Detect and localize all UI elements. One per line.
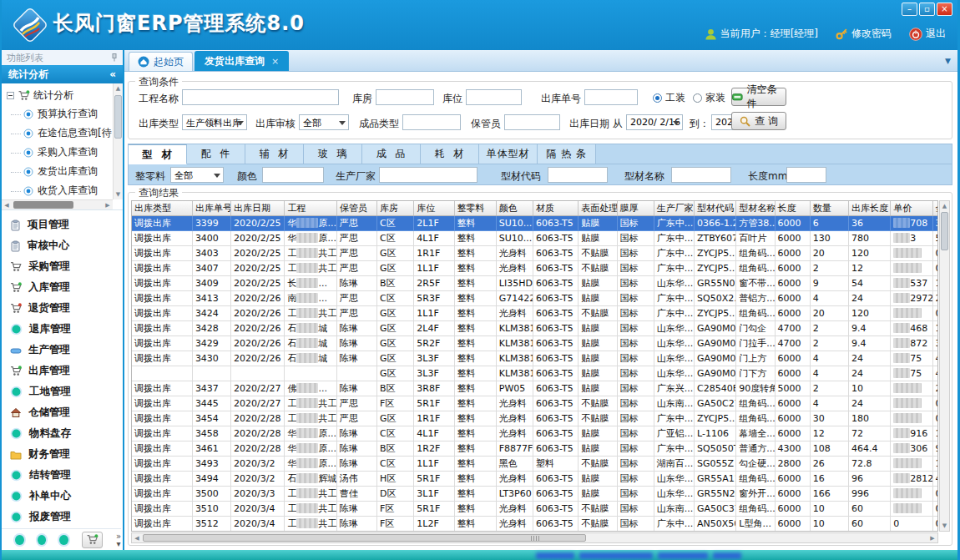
tree-vertical-scrollbar[interactable]: ▲ ▼	[113, 83, 123, 199]
pin-icon[interactable]	[111, 53, 118, 62]
table-row[interactable]: 调拨出库34002020/2/25华原...严思C区4L1F整料SU10...6…	[132, 230, 938, 245]
column-header[interactable]: 出库日期	[231, 201, 285, 215]
column-header[interactable]: 出库单号	[192, 201, 230, 215]
table-row[interactable]: 调拨出库33992020/2/25华原...严思C区2L1F整料SU10...6…	[132, 215, 938, 230]
scroll-left-icon[interactable]: ◀	[132, 533, 142, 542]
order-no-input[interactable]	[584, 89, 638, 105]
profile-code-input[interactable]	[548, 167, 608, 183]
material-tab[interactable]: 单体型材	[479, 144, 538, 164]
statistics-section-header[interactable]: 统计分析 «	[2, 65, 123, 83]
location-input[interactable]	[466, 89, 522, 105]
scroll-right-icon[interactable]: ▶	[927, 533, 937, 542]
sidebar-item-dot[interactable]: 补单中心	[2, 486, 123, 507]
column-header[interactable]: 膜厚	[617, 201, 654, 215]
clear-conditions-button[interactable]: 清空条件	[731, 88, 786, 106]
column-header[interactable]: 出库类型	[132, 201, 192, 215]
search-button[interactable]: 查 询	[731, 112, 786, 130]
results-vertical-scrollbar[interactable]: ▲ ▼	[939, 200, 950, 532]
sidebar-item-dot[interactable]: 报废管理	[2, 507, 123, 527]
table-row[interactable]: 调拨出库35002020/3/3工共工程曹佳D区3L1F整料LT3P606063…	[132, 486, 938, 501]
results-horizontal-scrollbar[interactable]: ◀ ▶	[131, 532, 938, 543]
warehouse-input[interactable]	[376, 89, 434, 105]
sidebar-item-dot[interactable]: 退库管理	[2, 319, 123, 340]
scroll-down-icon[interactable]: ▼	[940, 521, 949, 531]
table-row[interactable]: 调拨出库34302020/2/26石城陈琳G区3L3F整料KLM38176063…	[132, 351, 938, 366]
table-row[interactable]: 调拨出库34292020/2/26石城陈琳G区5R2F整料KLM38176063…	[132, 335, 938, 351]
scroll-up-icon[interactable]: ▲	[114, 83, 123, 93]
material-tab[interactable]: 辅 材	[245, 144, 304, 164]
tree-expander-icon[interactable]	[7, 92, 14, 99]
module-dot-button[interactable]	[38, 535, 47, 545]
table-row[interactable]: 调拨出库34372020/2/27佛...陈琳B区3R8F整料PW056063-…	[132, 381, 938, 396]
scroll-thumb[interactable]	[143, 534, 586, 542]
sidebar-item-chart[interactable]: 生产管理	[2, 340, 123, 361]
column-header[interactable]: 库房	[377, 201, 414, 215]
column-header[interactable]: 型材代码	[695, 201, 736, 215]
module-cart-button[interactable]	[82, 532, 103, 548]
table-row[interactable]: 调拨出库34092020/2/25长...陈琳B区2R5F整料LI35HD606…	[132, 275, 938, 290]
column-header[interactable]: 数量	[810, 201, 848, 215]
column-header[interactable]: 库位	[414, 201, 454, 215]
table-row[interactable]: G区3L3F整料KLM38176063-T5贴膜国标山东华...GA90M09.…	[132, 366, 938, 381]
sidebar-item-cart[interactable]: 采购管理	[2, 256, 123, 277]
sidebar-item-dot[interactable]: 物料盘存	[2, 423, 123, 444]
radio-jiazhuang[interactable]: 家装	[693, 91, 725, 105]
sidebar-item-cart-out[interactable]: 退货管理	[2, 298, 123, 319]
table-row[interactable]: 调拨出库34932020/3/2华原...陈琳C区1L1F整料黑色塑料不贴膜国标…	[132, 456, 938, 471]
column-header[interactable]: 表面处理	[579, 201, 617, 215]
table-row[interactable]: 调拨出库34582020/2/28华原...陈琳C区4L1F整料光身料6063-…	[132, 426, 938, 441]
material-tab[interactable]: 耗 材	[421, 144, 479, 164]
tree-horizontal-scrollbar[interactable]: ◀ ▶	[2, 199, 113, 209]
table-row[interactable]: 调拨出库34132020/2/26南...严思C区5R3F整料G71422606…	[132, 290, 938, 305]
sidebar-item-folder[interactable]: 财务管理	[2, 444, 123, 465]
profile-name-input[interactable]	[671, 167, 731, 183]
scroll-thumb[interactable]	[114, 95, 122, 139]
tab-home[interactable]: 起始页	[129, 52, 193, 71]
audit-select[interactable]: 全部	[299, 114, 349, 130]
sidebar-item-dot[interactable]: 工地管理	[2, 381, 123, 402]
change-password-button[interactable]: 修改密码	[836, 27, 892, 41]
tree-item[interactable]: 预算执行查询	[2, 104, 123, 124]
table-row[interactable]: 调拨出库34452020/2/27工共工程严思F区5R1F整料光身料6063-T…	[132, 396, 938, 411]
length-input[interactable]	[786, 167, 826, 183]
material-tab[interactable]: 玻 璃	[304, 144, 362, 164]
keeper-input[interactable]	[504, 114, 560, 130]
column-header[interactable]: 型材名称	[736, 201, 775, 215]
material-tab[interactable]: 成 品	[362, 144, 421, 164]
material-tab[interactable]: 配 件	[187, 144, 245, 164]
column-header[interactable]: 材质	[533, 201, 579, 215]
project-name-input[interactable]	[182, 89, 339, 105]
tree-item[interactable]: 采购入库查询	[2, 143, 123, 162]
sidebar-item-cart-in[interactable]: 入库管理	[2, 277, 123, 298]
tab-overflow-icon[interactable]: ▼	[945, 57, 951, 65]
tree-item[interactable]: 收货入库查询	[2, 181, 123, 200]
sidebar-item-home[interactable]: 仓储管理	[2, 402, 123, 423]
sidebar-item-dot[interactable]: 结转管理	[2, 465, 123, 486]
logout-button[interactable]: 退出	[909, 27, 946, 41]
close-button[interactable]: ×	[937, 3, 952, 16]
tree-item[interactable]: 在途信息查询[待	[2, 124, 123, 143]
outbound-type-select[interactable]: 生产领料出库	[182, 114, 247, 130]
table-row[interactable]: 调拨出库35122020/3/4工共工程陈琳F区1L2F整料光身料6063-T5…	[132, 516, 938, 531]
sidebar-item-cart-in[interactable]: 出库管理	[2, 361, 123, 381]
maximize-button[interactable]: ▫	[919, 3, 935, 16]
table-row[interactable]: 调拨出库34942020/3/2石辉城汤伟H区5R1F整料光身料6063-T5贴…	[132, 471, 938, 486]
table-row[interactable]: 调拨出库34032020/2/25工共工程严思G区1R1F整料光身料6063-T…	[132, 245, 938, 260]
tree-item[interactable]: 发货出库查询	[2, 162, 123, 181]
whole-part-select[interactable]: 全部	[170, 167, 224, 183]
module-dot-button[interactable]	[15, 535, 24, 545]
scroll-up-icon[interactable]: ▲	[940, 201, 949, 211]
table-row[interactable]: 调拨出库34242020/2/26工共工程严思G区1L1F整料光身料6063-T…	[132, 305, 938, 320]
column-header[interactable]: 出库长度	[848, 201, 890, 215]
material-tab[interactable]: 隔 热 条	[538, 144, 596, 164]
radio-gongzhuang[interactable]: 工装	[653, 91, 685, 105]
table-row[interactable]: 调拨出库34282020/2/26石城陈琳G区2L4F整料KLM38176063…	[132, 320, 938, 335]
table-row[interactable]: 调拨出库35102020/3/4工共工程陈琳F区5R1F整料光身料6063-T5…	[132, 501, 938, 516]
minimize-button[interactable]: –	[902, 3, 917, 16]
product-type-input[interactable]	[402, 114, 461, 130]
sidebar-item-clipboard[interactable]: 项目管理	[2, 214, 123, 235]
table-row[interactable]: 调拨出库34612020/2/28华原...陈琳B区1R2F整料F8877FT6…	[132, 441, 938, 456]
table-row[interactable]: 调拨出库34072020/2/25工共工程严思G区1L1F整料光身料6063-T…	[132, 260, 938, 275]
scroll-thumb[interactable]	[13, 201, 73, 209]
manufacturer-input[interactable]	[379, 167, 477, 183]
